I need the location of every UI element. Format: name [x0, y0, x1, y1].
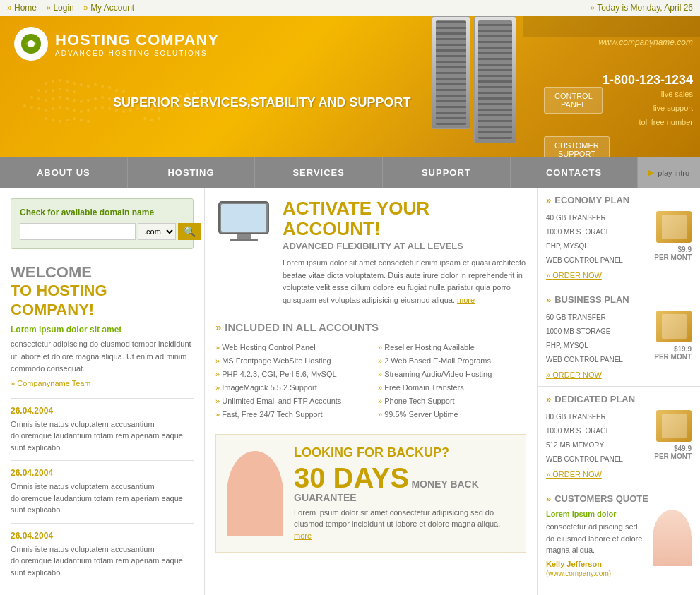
feature-r2: Streaming Audio/Video Hosting — [378, 368, 526, 380]
news-body-1: Omnis iste natus voluptatem accusantium … — [11, 419, 194, 454]
economy-plan: ECONOMY PLAN 40 GB TRANSFER 1000 MB STOR… — [538, 188, 700, 287]
customers-quote-title: CUSTOMERS QUOTE — [546, 493, 692, 504]
business-plan-title: BUSINESS PLAN — [546, 294, 692, 305]
economy-plan-price: $9.9 PER MONT — [654, 246, 692, 261]
logo-area: HOSTING COMPANY ADVANCED HOSTING SOLUTIO… — [0, 16, 233, 71]
economy-plan-title: ECONOMY PLAN — [546, 195, 692, 205]
main-content: Check for available domain name .com.net… — [0, 188, 700, 595]
customer-support-button[interactable]: CUSTOMER SUPPORT — [544, 136, 610, 157]
feature-r0: Reseller Hosting Available — [378, 342, 526, 353]
activate-more[interactable]: more — [457, 296, 475, 304]
dedicated-plan-features: 80 GB TRANSFER 1000 MB STORAGE 512 MB ME… — [546, 410, 623, 467]
backup-text: LOOKING FOR BACKUP? 30 DAYS MONEY BACK G… — [294, 445, 515, 542]
feature-4: Unlimited Email and FTP Accounts — [215, 395, 364, 407]
domain-search-button[interactable]: 🔍 — [178, 223, 201, 240]
business-plan: BUSINESS PLAN 60 GB TRANSFER 1000 MB STO… — [538, 287, 700, 387]
dedicated-order-now[interactable]: ORDER NOW — [546, 470, 692, 479]
business-plan-price: $19.9 PER MONT — [654, 345, 692, 361]
quote-text: Lorem ipsum dolor consectetur adipiscing… — [546, 510, 647, 578]
nav-support[interactable]: SUPPORT — [383, 157, 511, 188]
welcome-body: consectetur adipiscing do eiusmod tempor… — [11, 338, 194, 375]
feature-2: PHP 4.2.3, CGI, Perl 5.6, MySQL — [215, 368, 364, 380]
nav-services[interactable]: SERVICES — [255, 157, 383, 188]
domain-check-label: Check for available domain name — [20, 208, 184, 217]
feature-1: MS Frontpage WebSite Hosting — [215, 355, 364, 366]
domain-extension-select[interactable]: .com.net.org — [138, 223, 176, 240]
control-panel-button[interactable]: CONTROL PANEL — [544, 87, 603, 114]
backup-more[interactable]: more — [294, 531, 312, 540]
server-tower-2 — [474, 16, 516, 143]
backup-section: LOOKING FOR BACKUP? 30 DAYS MONEY BACK G… — [215, 434, 526, 553]
header: HOSTING COMPANY ADVANCED HOSTING SOLUTIO… — [0, 16, 700, 157]
monitor-icon — [215, 198, 272, 244]
svg-rect-83 — [230, 239, 258, 241]
login-link[interactable]: Login — [46, 3, 73, 13]
server-tower-1 — [432, 16, 470, 129]
myaccount-link[interactable]: My Account — [83, 3, 134, 13]
quote-person-image — [653, 510, 692, 566]
backup-body: Lorem ipsum dolor sit amet consectetur a… — [294, 507, 515, 542]
logo-text: HOSTING COMPANY ADVANCED HOSTING SOLUTIO… — [55, 31, 219, 57]
backup-title: LOOKING FOR BACKUP? — [294, 445, 515, 460]
business-order-now[interactable]: ORDER NOW — [546, 371, 692, 379]
dedicated-plan-icon — [656, 410, 692, 442]
news-date-2: 26.04.2004 — [11, 468, 194, 478]
included-title: INCLUDED IN ALL ACCOUNTS — [215, 321, 526, 333]
center-content: ACTIVATE YOUR ACCOUNT! ADVANCED FLEXIBIL… — [205, 188, 538, 595]
business-plan-icon — [656, 311, 692, 342]
news-item-2: 26.04.2004 Omnis iste natus voluptatem a… — [11, 460, 194, 523]
top-nav: Home Login My Account — [7, 3, 141, 13]
nav-contacts[interactable]: CONTACTS — [511, 157, 639, 188]
quote-company: (www.company.com) — [546, 570, 611, 577]
activate-text: ACTIVATE YOUR ACCOUNT! ADVANCED FLEXIBIL… — [283, 198, 526, 307]
team-link[interactable]: Companyname Team — [11, 379, 194, 387]
news-date-3: 26.04.2004 — [11, 531, 194, 541]
svg-point-79 — [28, 40, 35, 47]
nav-hosting[interactable]: HOSTING — [128, 157, 256, 188]
home-link[interactable]: Home — [7, 3, 37, 13]
dedicated-plan: DEDICATED PLAN 80 GB TRANSFER 1000 MB ST… — [538, 387, 700, 486]
main-nav: ABOUT US HOSTING SERVICES SUPPORT CONTAC… — [0, 157, 700, 188]
quote-body: consectetur adipiscing sed do eiusmod la… — [546, 521, 647, 556]
feature-r5: 99.5% Server Uptime — [378, 409, 526, 420]
business-plan-features: 60 GB TRANSFER 1000 MB STORAGE PHP, MYSQ… — [546, 311, 623, 367]
customers-quote-section: CUSTOMERS QUOTE Lorem ipsum dolor consec… — [538, 486, 700, 585]
news-date-1: 26.04.2004 — [11, 406, 194, 416]
top-bar: Home Login My Account Today is Monday, A… — [0, 0, 700, 16]
phone-info: live sales live support toll free number — [603, 88, 693, 129]
feature-5: Fast, Free 24/7 Tech Support — [215, 409, 364, 420]
included-section: INCLUDED IN ALL ACCOUNTS Web Hosting Con… — [215, 321, 526, 420]
website-url: www.companyname.com — [599, 37, 693, 47]
play-intro-button[interactable]: play intro — [638, 157, 700, 188]
right-sidebar: ECONOMY PLAN 40 GB TRANSFER 1000 MB STOR… — [538, 188, 700, 595]
feature-r1: 2 Web Based E-Mail Programs — [378, 355, 526, 366]
news-body-2: Omnis iste natus voluptatem accusantium … — [11, 481, 194, 516]
date-display: Today is Monday, April 26 — [590, 3, 693, 13]
quote-author: Kelly Jefferson — [546, 560, 647, 568]
news-body-3: Omnis iste natus voluptatem accusantium … — [11, 543, 194, 579]
feature-r3: Free Domain Transfers — [378, 382, 526, 393]
backup-days: 30 DAYS MONEY BACK GUARANTEE — [294, 464, 515, 503]
news-item-1: 26.04.2004 Omnis iste natus voluptatem a… — [11, 398, 194, 461]
svg-rect-81 — [221, 204, 266, 232]
activate-subtitle: ADVANCED FLEXIBILITY AT ALL LEVELS — [283, 241, 526, 251]
left-sidebar: Check for available domain name .com.net… — [0, 188, 205, 595]
economy-plan-icon — [656, 211, 692, 243]
activate-title: ACTIVATE YOUR ACCOUNT! — [283, 198, 526, 239]
domain-check-section: Check for available domain name .com.net… — [11, 198, 194, 249]
phone-area: www.companyname.com 1-800-123-1234 live … — [523, 16, 700, 37]
activate-section: ACTIVATE YOUR ACCOUNT! ADVANCED FLEXIBIL… — [215, 198, 526, 307]
domain-input[interactable] — [20, 223, 136, 240]
person-silhouette — [227, 451, 283, 536]
welcome-lorem-title: Lorem ipsum dolor sit amet — [11, 325, 194, 335]
feature-0: Web Hosting Control Panel — [215, 342, 364, 353]
server-image — [432, 16, 516, 143]
feature-r4: Phone Tech Support — [378, 395, 526, 407]
feature-3: ImageMagick 5.5.2 Support — [215, 382, 364, 393]
economy-plan-features: 40 GB TRANSFER 1000 MB STORAGE PHP, MYSQ… — [546, 211, 623, 268]
news-item-3: 26.04.2004 Omnis iste natus voluptatem a… — [11, 523, 194, 586]
nav-about[interactable]: ABOUT US — [0, 157, 128, 188]
logo-icon — [14, 27, 48, 61]
economy-order-now[interactable]: ORDER NOW — [546, 271, 692, 280]
dedicated-plan-price: $49.9 PER MONT — [654, 445, 692, 460]
